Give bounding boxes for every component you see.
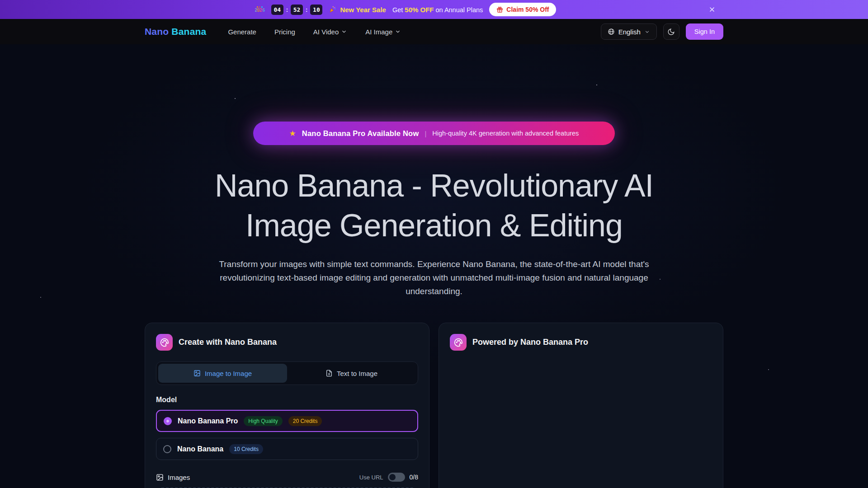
countdown-minutes: 52 (291, 5, 303, 15)
language-selector[interactable]: English (601, 23, 657, 40)
nav-link-generate[interactable]: Generate (228, 28, 256, 36)
create-panel-header: Create with Nano Banana (156, 334, 418, 351)
globe-icon (608, 28, 615, 35)
offer-prefix: Get (392, 6, 403, 14)
tab-text-to-image[interactable]: Text to Image (287, 364, 416, 383)
preview-panel: Powered by Nano Banana Pro (439, 323, 723, 488)
model-name: Nano Banana Pro (178, 417, 238, 425)
pro-announcement-banner[interactable]: ★ Nano Banana Pro Available Now | High-q… (253, 122, 615, 145)
nav-link-label: AI Video (313, 28, 339, 36)
offer-suffix: on Annual Plans (436, 6, 483, 14)
model-option-nano-banana[interactable]: Nano Banana 10 Credits (156, 438, 418, 460)
toggle-knob (389, 474, 396, 480)
quality-badge: High Quality (244, 416, 282, 426)
model-option-nano-banana-pro[interactable]: Nano Banana Pro High Quality 20 Credits (156, 410, 418, 432)
preview-panel-title: Powered by Nano Banana Pro (472, 338, 588, 347)
image-counter: 0/8 (410, 474, 418, 481)
promo-banner: 2026 04 : 52 : 10 New Year Sale Get 50% … (0, 0, 868, 19)
countdown-hours: 04 (271, 5, 283, 15)
close-icon (708, 6, 716, 13)
palette-icon (156, 334, 173, 351)
nav-actions: English Sign In (601, 23, 723, 40)
preview-panel-header: Powered by Nano Banana Pro (450, 334, 712, 351)
model-section-label: Model (156, 396, 418, 404)
star-icon: ★ (289, 129, 296, 138)
pro-banner-divider: | (425, 130, 426, 137)
images-label-group: Images (156, 474, 190, 481)
tab-label: Text to Image (337, 370, 377, 377)
pro-banner-subtitle: High-quality 4K generation with advanced… (432, 130, 579, 137)
palette-icon-glyph (454, 338, 463, 347)
hero-description: Transform your images with simple text c… (206, 258, 662, 298)
logo-part2: Banana (171, 26, 206, 37)
navbar: Nano Banana Generate Pricing AI Video AI… (0, 19, 868, 44)
images-section-header: Images Use URL 0/8 (156, 473, 418, 482)
images-label: Images (168, 474, 190, 481)
hero-section: ★ Nano Banana Pro Available Now | High-q… (0, 44, 868, 488)
radio-unchecked-icon (163, 445, 171, 453)
nav-link-label: AI Image (365, 28, 392, 36)
image-icon (193, 370, 201, 377)
year-icon-label: 2026 (255, 8, 265, 13)
palette-icon (450, 334, 467, 351)
page-title-line2: Image Generation & Editing (245, 208, 623, 243)
sale-label-text: New Year Sale (340, 6, 386, 14)
image-icon (156, 474, 164, 481)
promo-banner-content: 2026 04 : 52 : 10 New Year Sale Get 50% … (255, 3, 557, 16)
panels-row: Create with Nano Banana Image to Image T… (145, 323, 723, 488)
banner-close-button[interactable] (707, 4, 717, 15)
claim-button-label: Claim 50% Off (506, 6, 549, 13)
credits-badge: 10 Credits (229, 444, 263, 454)
chevron-down-icon (395, 28, 401, 35)
page-title: Nano Banana - Revolutionary AI Image Gen… (145, 166, 723, 245)
use-url-label: Use URL (359, 474, 383, 481)
nav-link-ai-video[interactable]: AI Video (313, 28, 347, 36)
claim-offer-button[interactable]: Claim 50% Off (489, 3, 556, 16)
mode-tabs: Image to Image Text to Image (156, 361, 418, 385)
countdown-separator: : (306, 6, 307, 13)
use-url-toggle[interactable] (388, 473, 405, 482)
logo[interactable]: Nano Banana (145, 26, 206, 37)
chevron-down-icon (341, 28, 347, 35)
sale-label: New Year Sale (329, 5, 386, 14)
page-title-line1: Nano Banana - Revolutionary AI (215, 168, 653, 203)
nav-link-label: Pricing (274, 28, 295, 36)
offer-text: Get 50% OFF on Annual Plans (392, 6, 483, 14)
radio-checked-icon (164, 417, 172, 425)
document-icon (326, 370, 333, 377)
countdown-separator: : (286, 6, 288, 13)
create-panel-title: Create with Nano Banana (179, 338, 277, 347)
tab-image-to-image[interactable]: Image to Image (158, 364, 287, 383)
party-popper-icon (329, 5, 337, 14)
theme-toggle-button[interactable] (663, 23, 679, 40)
credits-badge: 20 Credits (288, 416, 322, 426)
sign-in-button[interactable]: Sign In (686, 23, 723, 40)
gift-icon (496, 6, 503, 13)
language-label: English (618, 28, 641, 36)
chevron-down-icon (644, 29, 650, 35)
logo-part1: Nano (145, 26, 169, 37)
create-panel: Create with Nano Banana Image to Image T… (145, 323, 429, 488)
nav-link-label: Generate (228, 28, 256, 36)
pro-banner-title: Nano Banana Pro Available Now (302, 129, 419, 138)
countdown-seconds: 10 (310, 5, 322, 15)
nav-link-pricing[interactable]: Pricing (274, 28, 295, 36)
nav-link-ai-image[interactable]: AI Image (365, 28, 401, 36)
new-year-2026-icon: 2026 (255, 6, 265, 13)
model-name: Nano Banana (177, 445, 223, 453)
nav-links: Generate Pricing AI Video AI Image (228, 28, 401, 36)
countdown-timer: 04 : 52 : 10 (271, 5, 323, 15)
offer-highlight: 50% OFF (405, 6, 434, 14)
palette-icon-glyph (160, 338, 169, 347)
tab-label: Image to Image (205, 370, 252, 377)
moon-icon (667, 28, 675, 36)
